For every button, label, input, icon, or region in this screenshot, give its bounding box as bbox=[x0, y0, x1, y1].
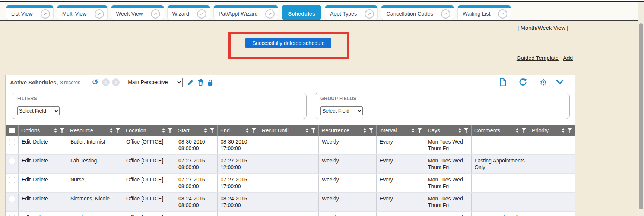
filter-funnel-icon[interactable] bbox=[369, 128, 374, 133]
delete-link[interactable]: Delete bbox=[33, 177, 48, 183]
vertical-scrollbar-thumb[interactable] bbox=[639, 23, 643, 209]
delete-link[interactable]: Delete bbox=[33, 158, 48, 164]
column-header-interval[interactable]: Interval bbox=[377, 125, 425, 136]
column-header-resource[interactable]: Resource bbox=[67, 125, 123, 136]
sort-icon[interactable] bbox=[204, 128, 207, 133]
filter-funnel-icon[interactable] bbox=[115, 128, 120, 133]
tab-bar: List View↗Multi View↗Week View↗Wizard↗Pa… bbox=[6, 5, 511, 20]
sort-down-arrow bbox=[363, 131, 366, 133]
row-checkbox[interactable] bbox=[9, 177, 15, 183]
column-header-comments[interactable]: Comments bbox=[472, 125, 529, 136]
tab-cancellation-codes[interactable]: Cancellation Codes↗ bbox=[381, 5, 454, 20]
filter-funnel-icon[interactable] bbox=[168, 128, 172, 133]
cell-end: 08-24-2015 17:00:00 bbox=[218, 193, 259, 211]
filter-funnel-icon[interactable] bbox=[311, 128, 316, 133]
row-checkbox[interactable] bbox=[9, 139, 15, 145]
row-checkbox-cell bbox=[6, 193, 19, 211]
column-header-recur-until[interactable]: Recur Until bbox=[259, 125, 319, 136]
header-icons bbox=[361, 128, 374, 133]
open-in-new-window-icon[interactable]: ↗ bbox=[265, 9, 275, 19]
column-header-options[interactable]: Options bbox=[19, 125, 67, 136]
delete-link[interactable]: Delete bbox=[33, 139, 48, 145]
sort-icon[interactable] bbox=[162, 128, 165, 133]
sort-icon[interactable] bbox=[305, 128, 308, 133]
tab-week-view[interactable]: Week View↗ bbox=[111, 5, 164, 20]
edit-link[interactable]: Edit bbox=[22, 158, 31, 164]
undo-icon[interactable]: ↺ bbox=[92, 78, 99, 86]
filters-field-select[interactable]: Select Field bbox=[17, 106, 60, 115]
tab-appt-types[interactable]: Appt Types↗ bbox=[325, 5, 378, 20]
tab-label: Cancellation Codes bbox=[386, 11, 433, 17]
sort-icon[interactable] bbox=[458, 128, 461, 133]
sort-icon[interactable] bbox=[246, 128, 249, 133]
cell-start: 08-30-2010 08:00:00 bbox=[175, 136, 218, 154]
open-in-new-window-icon[interactable]: ↗ bbox=[151, 9, 160, 19]
vertical-scrollbar-track[interactable] bbox=[638, 2, 644, 216]
open-in-new-window-icon[interactable]: ↗ bbox=[365, 9, 374, 19]
open-in-new-window-icon[interactable]: ↗ bbox=[498, 9, 507, 19]
tab-wizard[interactable]: Wizard↗ bbox=[167, 5, 210, 20]
edit-link[interactable]: Edit bbox=[22, 139, 31, 145]
filter-funnel-icon[interactable] bbox=[210, 128, 215, 133]
row-checkbox[interactable] bbox=[9, 158, 15, 164]
guided-template-link[interactable]: Guided Template bbox=[517, 55, 559, 61]
filter-funnel-icon[interactable] bbox=[521, 128, 526, 133]
cell-comments: COVID Vaccine-Pfizer bbox=[472, 212, 529, 216]
tab-pat-appt-wizard[interactable]: Pat/Appt Wizard↗ bbox=[213, 5, 279, 20]
tab-divider bbox=[193, 8, 193, 20]
tab-list-view[interactable]: List View↗ bbox=[6, 5, 54, 20]
back-icon[interactable]: ❮ bbox=[102, 78, 110, 86]
filter-funnel-icon[interactable] bbox=[567, 128, 572, 133]
lock-icon[interactable] bbox=[207, 79, 213, 86]
settings-gear-icon[interactable]: ⚙ bbox=[539, 78, 547, 87]
column-header-priority[interactable]: Priority bbox=[529, 125, 575, 136]
success-notification[interactable]: Successfully deleted schedule bbox=[245, 38, 331, 48]
column-header-recurrence[interactable]: Recurrence bbox=[319, 125, 377, 136]
tab-multi-view[interactable]: Multi View↗ bbox=[57, 5, 108, 20]
sort-icon[interactable] bbox=[562, 128, 565, 133]
add-link[interactable]: Add bbox=[563, 55, 573, 61]
delete-link[interactable]: Delete bbox=[33, 196, 48, 202]
filter-funnel-icon[interactable] bbox=[251, 128, 256, 133]
refresh-icon[interactable] bbox=[519, 78, 527, 86]
filters-box: FILTERS Select Field bbox=[12, 93, 307, 119]
filter-funnel-icon[interactable] bbox=[464, 128, 469, 133]
cell-start: 07-27-2015 08:00:00 bbox=[175, 155, 218, 173]
sort-icon[interactable] bbox=[110, 128, 113, 133]
edit-link[interactable]: Edit bbox=[22, 196, 31, 202]
perspective-select[interactable]: Main Perspective bbox=[126, 78, 183, 87]
sort-icon[interactable] bbox=[516, 128, 519, 133]
new-document-icon[interactable] bbox=[499, 78, 507, 86]
month-week-view-link[interactable]: Month/Week View bbox=[521, 25, 565, 31]
table-row: EditDeleteLab Testing,Office [OFFICE]07-… bbox=[6, 155, 575, 174]
sort-icon[interactable] bbox=[412, 128, 415, 133]
select-all-checkbox[interactable] bbox=[9, 128, 15, 133]
collapse-chevron-icon[interactable] bbox=[556, 80, 564, 85]
edit-perspective-icon[interactable] bbox=[187, 79, 194, 86]
open-in-new-window-icon[interactable]: ↗ bbox=[441, 9, 450, 19]
group-fields-label: GROUP FIELDS bbox=[320, 96, 564, 103]
column-header-days[interactable]: Days bbox=[425, 125, 472, 136]
sort-icon[interactable] bbox=[363, 128, 366, 133]
column-header-end[interactable]: End bbox=[218, 125, 259, 136]
filter-funnel-icon[interactable] bbox=[417, 128, 422, 133]
sort-down-arrow bbox=[458, 131, 461, 133]
sort-icon[interactable] bbox=[54, 128, 57, 133]
forward-icon[interactable]: ❯ bbox=[112, 78, 120, 86]
filter-funnel-icon[interactable] bbox=[60, 128, 64, 133]
delete-perspective-icon[interactable] bbox=[197, 79, 204, 86]
edit-link[interactable]: Edit bbox=[22, 177, 31, 183]
column-header-location[interactable]: Location bbox=[123, 125, 175, 136]
column-header-start[interactable]: Start bbox=[175, 125, 218, 136]
open-in-new-window-icon[interactable]: ↗ bbox=[197, 9, 206, 19]
delete-link[interactable]: Delete bbox=[33, 215, 48, 216]
active-schedules-panel: Active Schedules, 8 records ↺ ❮ ❯ Main P… bbox=[5, 75, 575, 216]
tab-waiting-list[interactable]: Waiting List↗ bbox=[457, 5, 511, 20]
open-in-new-window-icon[interactable]: ↗ bbox=[95, 9, 104, 19]
open-in-new-window-icon[interactable]: ↗ bbox=[41, 9, 50, 19]
group-fields-select[interactable]: Select Field bbox=[320, 106, 363, 115]
tab-schedules[interactable]: Schedules bbox=[282, 5, 321, 20]
edit-link[interactable]: Edit bbox=[22, 215, 31, 216]
row-checkbox[interactable] bbox=[9, 196, 15, 202]
sort-up-arrow bbox=[305, 128, 308, 130]
